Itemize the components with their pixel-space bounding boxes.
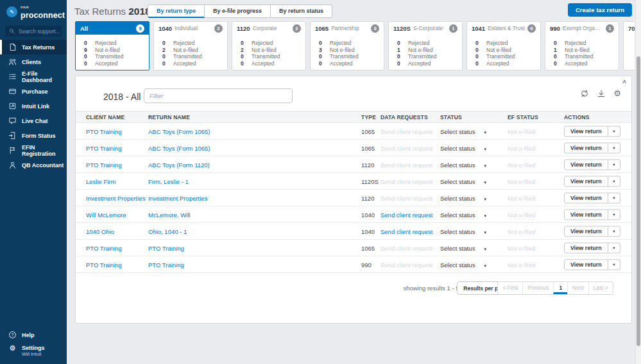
sidebar-item-help[interactable]: ? Help: [0, 327, 67, 342]
search-input[interactable]: [19, 28, 64, 35]
client-link[interactable]: 1040 Ohio: [86, 228, 114, 235]
col-actions[interactable]: ACTIONS: [564, 114, 590, 120]
card-1041[interactable]: 1041 Estates & Trust 0 0Rejected 0Not e-…: [466, 21, 541, 70]
status-select[interactable]: Select status▾: [440, 261, 486, 268]
status-select[interactable]: Select status▾: [440, 144, 486, 151]
previous-page-button[interactable]: Previous: [522, 282, 553, 294]
view-return-button[interactable]: View return▾: [564, 192, 620, 203]
page-1-button[interactable]: 1: [553, 282, 567, 294]
client-link[interactable]: Will McLemore: [86, 211, 126, 218]
card-1120[interactable]: 1120 Corporate 2 0Rejected 2Not e-filed …: [232, 21, 306, 70]
view-return-dropdown-icon[interactable]: ▾: [608, 210, 620, 219]
card-1040[interactable]: 1040 Individual 2 0Rejected 2Not e-filed…: [153, 21, 228, 70]
return-link[interactable]: McLemore, Will: [148, 211, 190, 218]
last-page-button[interactable]: Last >: [588, 282, 613, 294]
card-all[interactable]: All 9 0Rejected 9Not e-filed 0Transmitte…: [75, 21, 150, 70]
status-select[interactable]: Select status▾: [440, 194, 486, 201]
app-logo: ✎ intuit proconnect: [0, 0, 67, 20]
return-link[interactable]: PTO Training: [148, 261, 184, 268]
card-709-clipped[interactable]: 70: [623, 21, 635, 70]
download-icon[interactable]: [597, 89, 606, 98]
sidebar-item-clients[interactable]: Clients: [0, 54, 67, 69]
collapse-panel-icon[interactable]: ^: [622, 79, 626, 87]
view-return-dropdown-icon[interactable]: ▾: [608, 126, 620, 136]
table-header: CLIENT NAME RETURN NAME ▾ TYPE DATA REQU…: [76, 111, 631, 123]
return-link[interactable]: ABC Toys (Form 1065): [148, 128, 210, 135]
view-return-dropdown-icon[interactable]: ▾: [608, 160, 620, 169]
col-status[interactable]: STATUS: [440, 114, 462, 120]
card-990[interactable]: 990 Exempt Organiz... 1 0Rejected 1Not e…: [545, 21, 619, 70]
status-select[interactable]: Select status▾: [440, 178, 486, 185]
return-link[interactable]: Investment Properties: [148, 194, 207, 201]
view-return-dropdown-icon[interactable]: ▾: [608, 143, 620, 153]
scrollbar-thumb[interactable]: [637, 56, 640, 346]
sidebar-item-intuit-link[interactable]: Intuit Link: [0, 99, 67, 113]
view-return-dropdown-icon[interactable]: ▾: [608, 176, 620, 186]
view-return-dropdown-icon[interactable]: ▾: [608, 243, 620, 252]
card-1120s[interactable]: 1120S S-Corporate 1 0Rejected 1Not e-fil…: [388, 21, 463, 70]
client-link[interactable]: PTO Training: [86, 161, 122, 168]
col-type[interactable]: TYPE: [361, 114, 376, 120]
tab-by-return-type[interactable]: By return type: [148, 4, 205, 18]
return-link[interactable]: ABC Toys (Form 1120): [148, 161, 210, 168]
vertical-scrollbar[interactable]: [635, 0, 641, 364]
view-return-dropdown-icon[interactable]: ▾: [608, 193, 620, 203]
brand-intuit: intuit: [21, 5, 65, 9]
view-return-button[interactable]: View return▾: [564, 259, 620, 270]
sidebar-item-tax-returns[interactable]: Tax Returns: [0, 40, 67, 54]
sidebar-item-efin-registration[interactable]: EFIN Registration: [0, 143, 67, 158]
first-page-button[interactable]: < First: [498, 282, 522, 294]
return-link[interactable]: PTO Training: [148, 244, 184, 251]
sidebar-item-live-chat[interactable]: Live Chat: [0, 113, 67, 128]
chevron-down-icon: ▾: [484, 196, 486, 201]
view-return-button[interactable]: View return▾: [564, 142, 620, 153]
page-title: Tax Returns 2018 ▾: [74, 6, 158, 17]
returns-table-body: PTO Training ABC Toys (Form 1065) 1065 S…: [76, 123, 631, 273]
view-return-button[interactable]: View return▾: [564, 176, 620, 186]
view-return-button[interactable]: View return▾: [564, 226, 620, 236]
client-link[interactable]: Investment Properties: [86, 194, 145, 201]
status-select[interactable]: Select status▾: [440, 128, 486, 135]
tab-by-return-status[interactable]: By return status: [271, 4, 332, 18]
return-link[interactable]: Firm, Leslie - 1: [148, 178, 189, 185]
view-return-button[interactable]: View return▾: [564, 159, 620, 170]
support-search[interactable]: [5, 26, 62, 37]
status-select[interactable]: Select status▾: [440, 211, 486, 218]
next-page-button[interactable]: Next: [567, 282, 588, 294]
send-client-request-link[interactable]: Send client request: [380, 211, 432, 218]
ef-status: Not e-filed: [508, 244, 535, 251]
card-1065[interactable]: 1065 Partnership 3 0Rejected 3Not e-file…: [310, 21, 384, 70]
return-type: 1040: [361, 211, 375, 218]
chevron-down-icon: ▾: [484, 246, 486, 251]
filter-input[interactable]: [144, 88, 293, 103]
sidebar-item-purchase[interactable]: Purchase: [0, 84, 67, 99]
client-link[interactable]: PTO Training: [86, 144, 122, 151]
sidebar: ✎ intuit proconnect Tax Returns Clients …: [0, 0, 67, 364]
send-client-request-link[interactable]: Send client request: [380, 228, 432, 235]
client-link[interactable]: PTO Training: [86, 244, 122, 251]
view-return-dropdown-icon[interactable]: ▾: [608, 260, 620, 269]
col-data-requests[interactable]: DATA REQUESTS: [380, 114, 428, 120]
tab-by-efile-progress[interactable]: By e-file progress: [205, 4, 271, 18]
sidebar-item-form-status[interactable]: Form Status: [0, 128, 67, 143]
status-select[interactable]: Select status▾: [440, 228, 486, 235]
sidebar-item-efile-dashboard[interactable]: E-File Dashboard: [0, 69, 67, 84]
count-badge: 1: [449, 24, 457, 33]
view-return-button[interactable]: View return▾: [564, 126, 620, 136]
view-return-button[interactable]: View return▾: [564, 242, 620, 253]
status-select[interactable]: Select status▾: [440, 244, 486, 251]
status-select[interactable]: Select status▾: [440, 161, 486, 168]
col-ef-status[interactable]: EF STATUS: [508, 114, 538, 120]
create-tax-return-button[interactable]: Create tax return: [568, 3, 632, 17]
refresh-icon[interactable]: [580, 89, 589, 98]
table-settings-gear-icon[interactable]: ⚙: [613, 89, 621, 98]
client-link[interactable]: PTO Training: [86, 128, 122, 135]
view-return-dropdown-icon[interactable]: ▾: [608, 226, 620, 236]
client-link[interactable]: PTO Training: [86, 261, 122, 268]
return-link[interactable]: ABC Toys (Form 1065): [148, 144, 210, 151]
return-link[interactable]: Ohio, 1040 - 1: [148, 228, 187, 235]
client-link[interactable]: Leslie Firm: [86, 178, 115, 185]
sidebar-item-qb-accountant[interactable]: QB Accountant: [0, 158, 67, 172]
view-return-button[interactable]: View return▾: [564, 209, 620, 220]
col-client-name[interactable]: CLIENT NAME: [86, 114, 124, 120]
